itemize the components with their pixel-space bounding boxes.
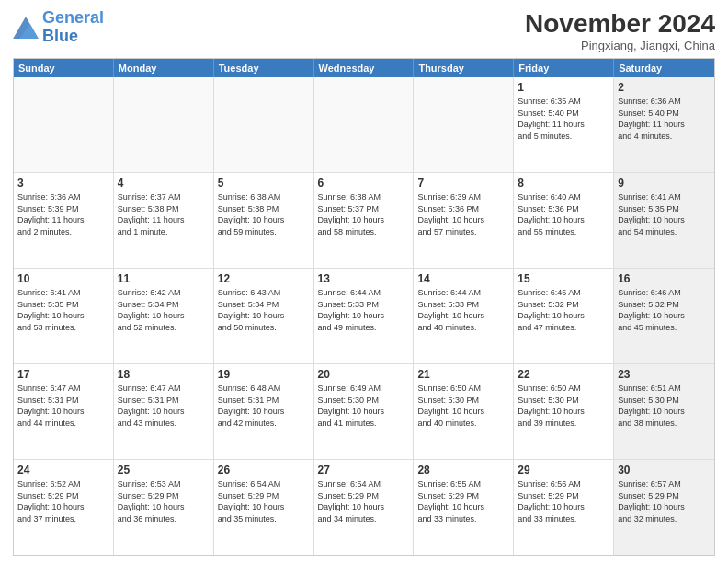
logo-line2: Blue	[42, 27, 78, 45]
day-number: 22	[518, 367, 609, 382]
title-block: November 2024 Pingxiang, Jiangxi, China	[525, 9, 715, 52]
day-info: Sunrise: 6:50 AMSunset: 5:30 PMDaylight:…	[417, 383, 509, 429]
day-cell-5: 5Sunrise: 6:38 AMSunset: 5:38 PMDaylight…	[214, 173, 314, 268]
day-cell-17: 17Sunrise: 6:47 AMSunset: 5:31 PMDayligh…	[14, 364, 114, 459]
page: General Blue November 2024 Pingxiang, Ji…	[0, 0, 728, 563]
day-cell-29: 29Sunrise: 6:56 AMSunset: 5:29 PMDayligh…	[514, 460, 614, 555]
day-cell-13: 13Sunrise: 6:44 AMSunset: 5:33 PMDayligh…	[314, 269, 415, 363]
day-info: Sunrise: 6:47 AMSunset: 5:31 PMDaylight:…	[118, 383, 210, 429]
day-cell-7: 7Sunrise: 6:39 AMSunset: 5:36 PMDaylight…	[414, 173, 514, 268]
day-cell-20: 20Sunrise: 6:49 AMSunset: 5:30 PMDayligh…	[314, 364, 415, 459]
day-number: 17	[17, 367, 109, 382]
day-info: Sunrise: 6:50 AMSunset: 5:30 PMDaylight:…	[518, 383, 609, 429]
day-info: Sunrise: 6:57 AMSunset: 5:29 PMDaylight:…	[618, 478, 711, 524]
day-cell-4: 4Sunrise: 6:37 AMSunset: 5:38 PMDaylight…	[114, 173, 214, 268]
day-number: 11	[118, 271, 210, 286]
day-info: Sunrise: 6:38 AMSunset: 5:38 PMDaylight:…	[218, 191, 310, 237]
day-info: Sunrise: 6:52 AMSunset: 5:29 PMDaylight:…	[17, 478, 109, 524]
day-number: 28	[417, 463, 509, 477]
day-number: 20	[318, 367, 410, 382]
empty-cell	[414, 77, 514, 172]
day-number: 4	[118, 176, 210, 190]
day-number: 23	[618, 367, 711, 382]
day-info: Sunrise: 6:41 AMSunset: 5:35 PMDaylight:…	[618, 191, 711, 237]
day-info: Sunrise: 6:39 AMSunset: 5:36 PMDaylight:…	[417, 191, 509, 237]
day-number: 13	[318, 271, 410, 286]
day-cell-12: 12Sunrise: 6:43 AMSunset: 5:34 PMDayligh…	[214, 269, 314, 363]
week-row-4: 24Sunrise: 6:52 AMSunset: 5:29 PMDayligh…	[14, 459, 714, 555]
day-number: 16	[618, 271, 711, 286]
day-cell-26: 26Sunrise: 6:54 AMSunset: 5:29 PMDayligh…	[214, 460, 314, 555]
day-info: Sunrise: 6:40 AMSunset: 5:36 PMDaylight:…	[518, 191, 609, 237]
day-cell-18: 18Sunrise: 6:47 AMSunset: 5:31 PMDayligh…	[114, 364, 214, 459]
logo-text: General Blue	[42, 9, 104, 46]
day-info: Sunrise: 6:44 AMSunset: 5:33 PMDaylight:…	[318, 287, 410, 333]
day-number: 10	[17, 271, 109, 286]
day-cell-2: 2Sunrise: 6:36 AMSunset: 5:40 PMDaylight…	[614, 77, 714, 172]
day-info: Sunrise: 6:43 AMSunset: 5:34 PMDaylight:…	[218, 287, 310, 333]
day-number: 6	[318, 176, 410, 190]
day-info: Sunrise: 6:55 AMSunset: 5:29 PMDaylight:…	[417, 478, 509, 524]
day-number: 27	[318, 463, 410, 477]
day-info: Sunrise: 6:44 AMSunset: 5:33 PMDaylight:…	[417, 287, 509, 333]
day-info: Sunrise: 6:41 AMSunset: 5:35 PMDaylight:…	[17, 287, 109, 333]
header-day-monday: Monday	[114, 59, 214, 77]
day-number: 7	[417, 176, 509, 190]
empty-cell	[314, 77, 415, 172]
day-info: Sunrise: 6:36 AMSunset: 5:39 PMDaylight:…	[17, 191, 109, 237]
header-day-thursday: Thursday	[414, 59, 514, 77]
day-number: 19	[218, 367, 310, 382]
header-day-sunday: Sunday	[14, 59, 114, 77]
day-cell-1: 1Sunrise: 6:35 AMSunset: 5:40 PMDaylight…	[514, 77, 614, 172]
day-number: 9	[618, 176, 711, 190]
day-info: Sunrise: 6:48 AMSunset: 5:31 PMDaylight:…	[218, 383, 310, 429]
day-info: Sunrise: 6:35 AMSunset: 5:40 PMDaylight:…	[518, 96, 609, 142]
day-info: Sunrise: 6:49 AMSunset: 5:30 PMDaylight:…	[318, 383, 410, 429]
week-row-3: 17Sunrise: 6:47 AMSunset: 5:31 PMDayligh…	[14, 363, 714, 459]
day-cell-30: 30Sunrise: 6:57 AMSunset: 5:29 PMDayligh…	[614, 460, 714, 555]
day-number: 30	[618, 463, 711, 477]
logo-line1: General	[42, 8, 104, 27]
day-cell-22: 22Sunrise: 6:50 AMSunset: 5:30 PMDayligh…	[514, 364, 614, 459]
day-cell-8: 8Sunrise: 6:40 AMSunset: 5:36 PMDaylight…	[514, 173, 614, 268]
day-info: Sunrise: 6:47 AMSunset: 5:31 PMDaylight:…	[17, 383, 109, 429]
calendar-body: 1Sunrise: 6:35 AMSunset: 5:40 PMDaylight…	[14, 77, 714, 555]
day-info: Sunrise: 6:36 AMSunset: 5:40 PMDaylight:…	[618, 96, 711, 142]
day-number: 29	[518, 463, 609, 477]
day-number: 5	[218, 176, 310, 190]
location: Pingxiang, Jiangxi, China	[525, 39, 715, 52]
header: General Blue November 2024 Pingxiang, Ji…	[13, 9, 715, 52]
day-number: 14	[417, 271, 509, 286]
day-info: Sunrise: 6:53 AMSunset: 5:29 PMDaylight:…	[118, 478, 210, 524]
day-cell-6: 6Sunrise: 6:38 AMSunset: 5:37 PMDaylight…	[314, 173, 415, 268]
day-cell-11: 11Sunrise: 6:42 AMSunset: 5:34 PMDayligh…	[114, 269, 214, 363]
week-row-0: 1Sunrise: 6:35 AMSunset: 5:40 PMDaylight…	[14, 77, 714, 172]
week-row-1: 3Sunrise: 6:36 AMSunset: 5:39 PMDaylight…	[14, 172, 714, 268]
day-number: 25	[118, 463, 210, 477]
header-day-wednesday: Wednesday	[314, 59, 415, 77]
logo: General Blue	[13, 9, 104, 46]
day-number: 24	[17, 463, 109, 477]
empty-cell	[114, 77, 214, 172]
day-cell-23: 23Sunrise: 6:51 AMSunset: 5:30 PMDayligh…	[614, 364, 714, 459]
logo-icon	[13, 17, 39, 39]
day-number: 2	[618, 80, 711, 95]
header-day-friday: Friday	[514, 59, 614, 77]
day-cell-14: 14Sunrise: 6:44 AMSunset: 5:33 PMDayligh…	[414, 269, 514, 363]
month-title: November 2024	[525, 9, 715, 39]
day-number: 3	[17, 176, 109, 190]
day-cell-24: 24Sunrise: 6:52 AMSunset: 5:29 PMDayligh…	[14, 460, 114, 555]
day-number: 21	[417, 367, 509, 382]
day-info: Sunrise: 6:54 AMSunset: 5:29 PMDaylight:…	[218, 478, 310, 524]
day-cell-27: 27Sunrise: 6:54 AMSunset: 5:29 PMDayligh…	[314, 460, 415, 555]
empty-cell	[14, 77, 114, 172]
day-number: 8	[518, 176, 609, 190]
day-number: 26	[218, 463, 310, 477]
day-cell-25: 25Sunrise: 6:53 AMSunset: 5:29 PMDayligh…	[114, 460, 214, 555]
day-number: 12	[218, 271, 310, 286]
day-cell-10: 10Sunrise: 6:41 AMSunset: 5:35 PMDayligh…	[14, 269, 114, 363]
day-info: Sunrise: 6:42 AMSunset: 5:34 PMDaylight:…	[118, 287, 210, 333]
day-info: Sunrise: 6:45 AMSunset: 5:32 PMDaylight:…	[518, 287, 609, 333]
day-cell-19: 19Sunrise: 6:48 AMSunset: 5:31 PMDayligh…	[214, 364, 314, 459]
empty-cell	[214, 77, 314, 172]
